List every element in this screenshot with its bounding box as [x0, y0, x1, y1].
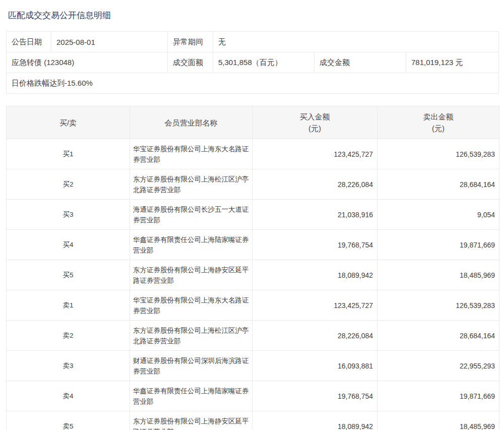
buy-amount-cell: 18,089,942	[253, 411, 377, 430]
abnormal-period-value: 无	[213, 32, 499, 52]
buy-amount-cell: 19,768,754	[253, 381, 377, 411]
side-cell: 卖2	[7, 321, 130, 351]
announcement-date-label: 公告日期	[7, 32, 51, 52]
info-panel: 公告日期 2025-08-01 异常期间 无 应急转债 (123048) 成交面…	[6, 31, 499, 94]
side-cell: 买2	[7, 169, 130, 200]
table-row: 买2 东方证券股份有限公司上海松江区沪亭北路证券营业部 28,226,084 2…	[7, 169, 499, 200]
table-row: 卖3 财通证券股份有限公司深圳后海滨路证券营业部 16,093,881 22,9…	[7, 351, 499, 381]
price-change-note: 日价格跌幅达到-15.60%	[7, 73, 499, 94]
sell-amount-cell: 28,684,164	[377, 321, 499, 351]
sell-header-line1: 卖出金额	[378, 111, 498, 122]
branch-cell: 财通证券股份有限公司深圳后海滨路证券营业部	[130, 351, 253, 381]
table-row: 卖1 华宝证券股份有限公司上海东大名路证券营业部 123,425,727 126…	[7, 290, 499, 321]
page: 匹配成交交易公开信息明细 公告日期 2025-08-01 异常期间 无 应急转债…	[0, 0, 504, 430]
buy-amount-cell: 21,038,916	[253, 200, 377, 230]
side-cell: 卖5	[7, 411, 130, 430]
side-cell: 买3	[7, 200, 130, 230]
buy-amount-cell: 123,425,727	[253, 139, 377, 169]
table-row: 买4 华鑫证券有限责任公司上海陆家嘴证券营业部 19,768,754 19,87…	[7, 230, 499, 260]
sell-amount-cell: 9,054	[377, 200, 499, 230]
page-title: 匹配成交交易公开信息明细	[0, 0, 504, 21]
sell-amount-cell: 126,539,283	[377, 139, 499, 169]
side-cell: 卖3	[7, 351, 130, 381]
side-cell: 买4	[7, 230, 130, 260]
branch-cell: 东方证券股份有限公司上海静安区延平路证券营业部	[130, 260, 253, 290]
buy-amount-cell: 123,425,727	[253, 290, 377, 321]
branch-cell: 华宝证券股份有限公司上海东大名路证券营业部	[130, 290, 253, 321]
table-row: 买1 华宝证券股份有限公司上海东大名路证券营业部 123,425,727 126…	[7, 139, 499, 169]
side-cell: 买1	[7, 139, 130, 169]
info-row-date: 公告日期 2025-08-01 异常期间 无	[7, 32, 499, 52]
branch-cell: 东方证券股份有限公司上海松江区沪亭北路证券营业部	[130, 321, 253, 351]
column-header-side: 买/卖	[7, 106, 130, 139]
table-row: 买5 东方证券股份有限公司上海静安区延平路证券营业部 18,089,942 18…	[7, 260, 499, 290]
branch-cell: 华宝证券股份有限公司上海东大名路证券营业部	[130, 139, 253, 169]
branch-cell: 东方证券股份有限公司上海静安区延平路证券营业部	[130, 411, 253, 430]
table-row: 卖2 东方证券股份有限公司上海松江区沪亭北路证券营业部 28,226,084 2…	[7, 321, 499, 351]
security-name: 应急转债 (123048)	[7, 52, 168, 73]
sell-header-line2: (元)	[378, 122, 498, 134]
buy-amount-cell: 18,089,942	[253, 260, 377, 290]
branch-cell: 东方证券股份有限公司上海松江区沪亭北路证券营业部	[130, 169, 253, 200]
column-header-branch: 会员营业部名称	[130, 106, 253, 139]
buy-amount-cell: 16,093,881	[253, 351, 377, 381]
face-value-value: 5,301,858（百元）	[213, 52, 314, 73]
sell-amount-cell: 126,539,283	[377, 290, 499, 321]
buy-amount-cell: 28,226,084	[253, 321, 377, 351]
trade-detail-table: 买/卖 会员营业部名称 买入金额 (元) 卖出金额 (元) 买1 华宝证券股份有…	[6, 106, 499, 430]
info-row-note: 日价格跌幅达到-15.60%	[7, 73, 499, 94]
sell-amount-cell: 18,485,969	[377, 411, 499, 430]
table-row: 卖4 华鑫证券有限责任公司上海陆家嘴证券营业部 19,768,754 19,87…	[7, 381, 499, 411]
table-header: 买/卖 会员营业部名称 买入金额 (元) 卖出金额 (元)	[7, 106, 499, 139]
turnover-value: 781,019,123 元	[406, 52, 499, 73]
table-row: 卖5 东方证券股份有限公司上海静安区延平路证券营业部 18,089,942 18…	[7, 411, 499, 430]
branch-cell: 华鑫证券有限责任公司上海陆家嘴证券营业部	[130, 230, 253, 260]
side-cell: 买5	[7, 260, 130, 290]
buy-header-line1: 买入金额	[253, 111, 376, 122]
buy-header-line2: (元)	[253, 122, 376, 134]
sell-amount-cell: 22,955,293	[377, 351, 499, 381]
info-row-security: 应急转债 (123048) 成交面额 5,301,858（百元） 成交金额 78…	[7, 52, 499, 73]
side-cell: 卖4	[7, 381, 130, 411]
branch-cell: 华鑫证券有限责任公司上海陆家嘴证券营业部	[130, 381, 253, 411]
column-header-buy: 买入金额 (元)	[253, 106, 377, 139]
table-row: 买3 海通证券股份有限公司长沙五一大道证券营业部 21,038,916 9,05…	[7, 200, 499, 230]
face-value-label: 成交面额	[168, 52, 213, 73]
buy-amount-cell: 19,768,754	[253, 230, 377, 260]
turnover-label: 成交金额	[314, 52, 406, 73]
announcement-date-value: 2025-08-01	[51, 32, 168, 52]
column-header-sell: 卖出金额 (元)	[377, 106, 499, 139]
sell-amount-cell: 19,871,669	[377, 230, 499, 260]
sell-amount-cell: 19,871,669	[377, 381, 499, 411]
sell-amount-cell: 18,485,969	[377, 260, 499, 290]
sell-amount-cell: 28,684,164	[377, 169, 499, 200]
side-cell: 卖1	[7, 290, 130, 321]
abnormal-period-label: 异常期间	[168, 32, 213, 52]
branch-cell: 海通证券股份有限公司长沙五一大道证券营业部	[130, 200, 253, 230]
buy-amount-cell: 28,226,084	[253, 169, 377, 200]
